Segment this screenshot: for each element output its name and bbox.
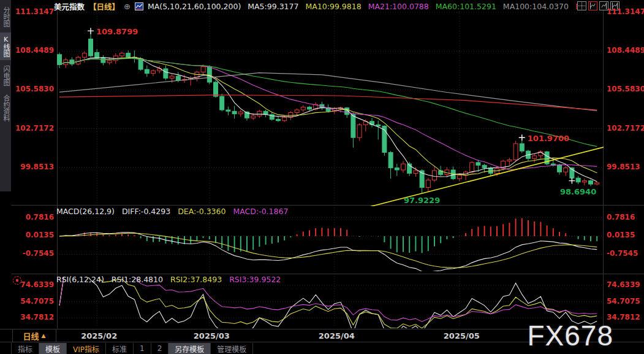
date-tick-label: 2025/04 bbox=[319, 331, 355, 341]
indicator-value: MACD(26,12,9) bbox=[56, 207, 115, 216]
chart-type-icon[interactable] bbox=[135, 2, 143, 10]
left-axis-chart-icon[interactable] bbox=[588, 1, 597, 10]
price-annotation: 98.6940 bbox=[560, 187, 596, 196]
ma-legend-item: MA10:99.9818 bbox=[305, 2, 361, 11]
sidebar-tab-item[interactable]: 闪电图 bbox=[0, 63, 11, 89]
toolbar-item[interactable]: VIP指标 bbox=[67, 343, 106, 354]
period-selector[interactable]: 日线 ▲ bbox=[12, 329, 56, 342]
period-label: 日线 bbox=[23, 330, 39, 342]
expand-icon[interactable]: ⊕ bbox=[124, 2, 131, 11]
indicator-value: DEA:-0.3360 bbox=[178, 207, 225, 216]
ma-legend-item: MA100:104.0370 bbox=[503, 2, 569, 11]
price-annotation: 101.9700 bbox=[528, 134, 569, 143]
chart-header: 美元指数 【日线】 ⊕ MA(5,10,21,60,100,200)MA5:99… bbox=[54, 0, 644, 13]
toolbar-item[interactable]: 另存模板 bbox=[169, 343, 211, 354]
ma-legend-item: MA60:101.5291 bbox=[436, 2, 496, 11]
right-axis-chart-icon[interactable] bbox=[599, 1, 608, 10]
dual-axis-chart-icon[interactable] bbox=[610, 1, 619, 10]
toolbar-item[interactable]: 2 bbox=[151, 343, 169, 354]
period-dropdown-icon: ▲ bbox=[42, 333, 46, 339]
indicator-value: RSI3:39.9522 bbox=[229, 275, 281, 284]
watermark: FX678 bbox=[527, 319, 613, 352]
indicator-value: RSI2:37.8493 bbox=[170, 275, 222, 284]
pan-icon[interactable] bbox=[577, 1, 586, 10]
sidebar: 分时图K线图闪电图合约资料 bbox=[0, 0, 11, 191]
toolbar-item[interactable]: 标准 bbox=[106, 343, 134, 354]
date-tick-label: 2025/05 bbox=[444, 331, 480, 341]
macd-header: MACD(26,12,9)DIFF:-0.4293DEA:-0.3360MACD… bbox=[56, 207, 295, 215]
ma-legend: MA(5,10,21,60,100,200)MA5:99.3177MA10:99… bbox=[148, 2, 589, 11]
ma-legend-item: MA(5,10,21,60,100,200) bbox=[148, 2, 241, 11]
ma-legend-item: MA21:100.0788 bbox=[368, 2, 429, 11]
price-annotation: 109.8799 bbox=[96, 27, 138, 36]
candlestick-chart[interactable]: 109.8799101.970097.922998.6940 bbox=[0, 0, 644, 354]
date-tick-label: 2025/03 bbox=[194, 331, 230, 341]
toolbar-item[interactable]: 1 bbox=[134, 343, 151, 354]
chart-app: 109.8799101.970097.922998.6940 分时图K线图闪电图… bbox=[0, 0, 644, 354]
toolbar-item[interactable]: 指标 bbox=[11, 343, 39, 354]
period-tag: 【日线】 bbox=[89, 1, 119, 12]
macd-histogram bbox=[59, 218, 597, 253]
price-annotation: 97.9229 bbox=[404, 196, 440, 205]
ma-legend-item: MA5:99.3177 bbox=[248, 2, 298, 11]
rsi-header: RSI(6,12,24)RSI1:28.4810RSI2:37.8493RSI3… bbox=[56, 275, 288, 283]
sidebar-tab-item[interactable]: 分时图 bbox=[0, 4, 11, 30]
indicator-value: MACD:-0.1867 bbox=[233, 207, 288, 216]
indicator-value: DIFF:-0.4293 bbox=[122, 207, 170, 216]
indicator-value: RSI(6,12,24) bbox=[56, 275, 104, 284]
date-tick-label: 2025/02 bbox=[81, 331, 117, 341]
toolbar-item[interactable]: 模板 bbox=[39, 343, 67, 354]
indicator-settings-icon[interactable] bbox=[13, 276, 21, 285]
indicator-value: RSI1:28.4810 bbox=[112, 275, 163, 284]
sidebar-tab-active[interactable]: K线图 bbox=[0, 33, 11, 60]
chart-layout-icons bbox=[577, 1, 619, 10]
toolbar-item[interactable]: 管理模板 bbox=[211, 343, 253, 354]
symbol-title: 美元指数 bbox=[54, 1, 85, 12]
sidebar-tab-item[interactable]: 合约资料 bbox=[0, 91, 11, 125]
